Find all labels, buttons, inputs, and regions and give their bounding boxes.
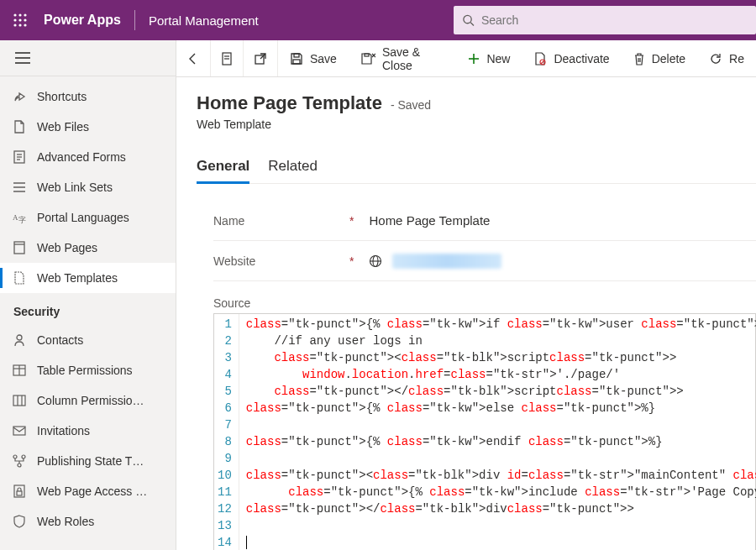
app-name: Power Apps xyxy=(40,13,134,28)
save-close-icon xyxy=(360,52,375,65)
cmd-label: Save & Close xyxy=(382,45,445,72)
nav-item-advanced-forms[interactable]: Advanced Forms xyxy=(0,142,176,172)
form-selector-button[interactable] xyxy=(211,40,244,76)
left-nav: Shortcuts Web Files Advanced Forms Web L… xyxy=(0,40,176,550)
nav-item-web-page-access[interactable]: Web Page Access … xyxy=(0,476,176,506)
record-title: Home Page Template xyxy=(197,92,382,114)
svg-point-2 xyxy=(24,13,26,16)
nav-item-web-roles[interactable]: Web Roles xyxy=(0,506,176,537)
nav-label: Contacts xyxy=(37,333,83,347)
nav-label: Table Permissions xyxy=(37,364,133,377)
nav-label: Publishing State T… xyxy=(37,454,144,468)
svg-point-34 xyxy=(22,455,25,458)
tab-related[interactable]: Related xyxy=(268,151,318,183)
svg-point-35 xyxy=(18,464,21,467)
nav-item-portal-languages[interactable]: A字 Portal Languages xyxy=(0,202,176,233)
cmd-label: Delete xyxy=(652,52,685,65)
nav-item-table-permissions[interactable]: Table Permissions xyxy=(0,355,176,385)
svg-text:A: A xyxy=(13,213,18,222)
refresh-button[interactable]: Re xyxy=(697,40,756,76)
field-value-name: Home Page Template xyxy=(369,213,490,228)
tab-general[interactable]: General xyxy=(197,151,249,184)
line-numbers: 1234567891011121314 xyxy=(214,314,239,550)
source-label: Source xyxy=(213,296,756,310)
nav-toggle-button[interactable] xyxy=(0,40,176,76)
mail-icon xyxy=(12,426,27,436)
svg-point-9 xyxy=(464,15,471,23)
nav-section-security: Security xyxy=(0,293,176,325)
nav-item-column-permissions[interactable]: Column Permissio… xyxy=(0,385,176,416)
deactivate-button[interactable]: Deactivate xyxy=(522,40,621,76)
nav-label: Shortcuts xyxy=(37,90,87,103)
source-code-editor[interactable]: 1234567891011121314 class="tk-punct">{% … xyxy=(213,313,756,550)
cmd-label: Deactivate xyxy=(554,52,609,65)
deactivate-icon xyxy=(533,52,547,65)
code-content[interactable]: class="tk-punct">{% class="tk-kw">if cla… xyxy=(239,314,756,550)
nav-item-web-templates[interactable]: Web Templates xyxy=(0,263,176,293)
global-search[interactable] xyxy=(454,6,756,34)
active-indicator xyxy=(0,268,3,288)
popout-icon xyxy=(254,52,267,65)
save-icon xyxy=(290,52,303,65)
hamburger-icon xyxy=(15,52,30,64)
svg-rect-37 xyxy=(17,491,22,495)
svg-text:字: 字 xyxy=(18,216,26,224)
svg-rect-29 xyxy=(13,395,25,406)
svg-point-0 xyxy=(13,13,16,16)
app-launcher-button[interactable] xyxy=(0,0,40,40)
refresh-icon xyxy=(709,52,722,65)
new-button[interactable]: New xyxy=(456,40,522,76)
nav-label: Column Permissio… xyxy=(37,394,144,407)
nav-item-publishing-states[interactable]: Publishing State T… xyxy=(0,446,176,476)
nav-item-invitations[interactable]: Invitations xyxy=(0,416,176,446)
record-entity: Web Template xyxy=(197,118,756,131)
svg-rect-44 xyxy=(365,54,369,56)
plus-icon xyxy=(468,53,480,65)
nav-label: Web Files xyxy=(37,120,89,134)
nav-item-web-files[interactable]: Web Files xyxy=(0,112,176,142)
globe-icon xyxy=(369,254,382,268)
search-input[interactable] xyxy=(481,13,748,27)
nav-label: Web Pages xyxy=(37,241,97,254)
required-indicator: * xyxy=(349,214,354,228)
list-icon xyxy=(12,181,27,193)
trash-icon xyxy=(633,52,645,65)
field-value-website-redacted xyxy=(392,254,501,269)
svg-line-10 xyxy=(470,23,474,26)
svg-rect-32 xyxy=(13,427,25,435)
svg-point-8 xyxy=(24,24,26,26)
field-label: Name xyxy=(213,214,348,228)
nav-item-shortcuts[interactable]: Shortcuts xyxy=(0,81,176,112)
nav-item-web-pages[interactable]: Web Pages xyxy=(0,233,176,263)
record-form: Home Page Template - Saved Web Template … xyxy=(176,77,756,550)
main-content: Save Save & Close New Deactivate Delete … xyxy=(176,40,756,550)
record-status: - Saved xyxy=(391,98,431,112)
save-close-button[interactable]: Save & Close xyxy=(349,40,457,76)
svg-rect-23 xyxy=(14,242,24,254)
field-website[interactable]: Website * xyxy=(213,241,756,281)
save-button[interactable]: Save xyxy=(278,40,349,76)
table-perm-icon xyxy=(12,364,27,376)
nav-item-web-link-sets[interactable]: Web Link Sets xyxy=(0,172,176,202)
person-icon xyxy=(12,333,27,347)
nav-label: Web Link Sets xyxy=(37,181,113,194)
form-tabs: General Related xyxy=(197,151,756,184)
delete-button[interactable]: Delete xyxy=(622,40,697,76)
form-icon xyxy=(12,150,27,164)
back-arrow-icon xyxy=(186,52,200,65)
command-bar: Save Save & Close New Deactivate Delete … xyxy=(176,40,756,77)
language-icon: A字 xyxy=(12,211,27,224)
shortcut-icon xyxy=(12,90,27,103)
svg-point-7 xyxy=(18,24,21,26)
nav-label: Portal Languages xyxy=(37,211,129,224)
field-name[interactable]: Name * Home Page Template xyxy=(213,201,756,241)
popout-button[interactable] xyxy=(244,40,278,76)
nav-item-contacts[interactable]: Contacts xyxy=(0,325,176,355)
template-icon xyxy=(12,271,27,285)
form-icon xyxy=(221,52,233,65)
back-button[interactable] xyxy=(176,40,211,76)
svg-point-3 xyxy=(13,18,16,21)
svg-point-4 xyxy=(18,18,21,21)
nav-label: Web Page Access … xyxy=(37,485,147,498)
top-app-bar: Power Apps Portal Management xyxy=(0,0,756,40)
